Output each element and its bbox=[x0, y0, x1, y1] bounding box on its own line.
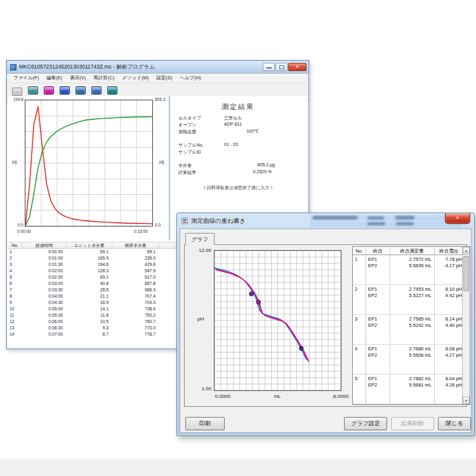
tab-graph[interactable]: グラフ bbox=[185, 233, 215, 245]
col-header-total[interactable]: 積算水分量 bbox=[112, 242, 159, 249]
menu-item-5[interactable]: メソッド(M) bbox=[118, 75, 152, 81]
glass-blur-artifact bbox=[367, 216, 384, 220]
ep-potential: 4.27 pH bbox=[434, 352, 462, 359]
ep-name: EP2 bbox=[368, 322, 377, 329]
cell-unit: 11.8 bbox=[67, 312, 109, 319]
cell-total: 235.0 bbox=[112, 255, 155, 261]
menu-item-4[interactable]: 再計算(C) bbox=[89, 75, 118, 81]
scroll-down-icon[interactable]: ▼ bbox=[463, 397, 470, 404]
result-field-label: サンプルID bbox=[178, 149, 201, 155]
col-header-no[interactable]: No. bbox=[8, 242, 22, 249]
cell-no: 10 bbox=[10, 306, 15, 312]
cell-time: 0:05:30 bbox=[22, 312, 63, 319]
cell-total: 617.0 bbox=[112, 274, 155, 281]
titration-curve-4 bbox=[215, 269, 308, 361]
ep-potential: 8.08 pH bbox=[434, 346, 462, 352]
right-axis-min-label: 0.0 bbox=[155, 223, 161, 227]
glass-blur-artifact bbox=[313, 216, 357, 220]
x-axis-end-label: 0:15:00 bbox=[134, 229, 148, 234]
ep-col-endpoint[interactable]: 終点 bbox=[366, 247, 390, 255]
cell-time: 0:00:30 bbox=[22, 249, 63, 255]
cell-total: 760.7 bbox=[112, 319, 155, 325]
minimize-button[interactable] bbox=[263, 63, 275, 71]
ep-col-volume[interactable]: 終点滴定量 bbox=[390, 247, 434, 255]
delete-result-button[interactable]: 結果削除 bbox=[391, 417, 434, 430]
ep-name: EP1 bbox=[368, 286, 377, 293]
analysis-titlebar[interactable]: MKC61057231245201303011743Z.mc - 解析プログラム… bbox=[7, 61, 308, 74]
ep-col-potential[interactable]: 終点電位 bbox=[434, 247, 463, 255]
overlay-close-button[interactable]: × bbox=[445, 213, 470, 224]
cell-no: 9 bbox=[10, 300, 12, 306]
cell-total: 429.6 bbox=[112, 261, 155, 268]
cell-unit: 10.5 bbox=[67, 319, 109, 325]
cell-total: 778.7 bbox=[112, 331, 155, 338]
cell-time: 0:03:30 bbox=[22, 287, 63, 293]
cell-total: 69.1 bbox=[112, 249, 155, 255]
ep-name: EP1 bbox=[368, 376, 377, 382]
ml-axis-label: mL bbox=[270, 393, 285, 399]
cell-total: 738.4 bbox=[112, 306, 155, 312]
cell-unit: 40.8 bbox=[67, 281, 109, 287]
col-header-time[interactable]: 経過時間 bbox=[22, 242, 67, 249]
cell-time: 0:06:00 bbox=[22, 319, 63, 325]
cell-unit: 21.1 bbox=[67, 293, 109, 300]
scroll-thumb[interactable] bbox=[463, 256, 469, 291]
ep-table-row[interactable]: 3EP12.7565 mL8.14 pHEP25.5242 mL4.40 pH bbox=[353, 315, 462, 345]
print-button[interactable]: 印刷 bbox=[185, 417, 225, 430]
ep-name: EP2 bbox=[368, 293, 377, 299]
cell-no: 8 bbox=[10, 293, 12, 300]
ep-scrollbar[interactable]: ▲ ▼ bbox=[462, 247, 470, 404]
ep-table-row[interactable]: 1EP12.7572 mL7.78 pHEP25.5695 mL4.17 pH bbox=[353, 255, 462, 285]
ep-potential: 8.10 pH bbox=[434, 286, 462, 293]
menu-item-6[interactable]: 設定(S) bbox=[152, 75, 176, 81]
ep-volume: 5.5242 mL bbox=[390, 322, 432, 329]
cell-no: 12 bbox=[10, 319, 15, 325]
scroll-up-icon[interactable]: ▲ bbox=[463, 247, 470, 255]
close-button[interactable]: × bbox=[288, 63, 307, 71]
ep-row-no: 4 bbox=[355, 346, 357, 352]
ep-row-no: 2 bbox=[355, 286, 357, 293]
glass-blur-artifact bbox=[395, 216, 414, 220]
col-header-unit[interactable]: ユニット水分量 bbox=[67, 242, 112, 249]
ep-potential: 4.17 pH bbox=[434, 263, 462, 269]
result-field-value: ADP-611 bbox=[224, 122, 242, 126]
ep-table-row[interactable]: 4EP12.7680 mL8.08 pHEP25.5506 mL4.27 pH bbox=[353, 345, 462, 374]
cell-time: 0:05:00 bbox=[22, 306, 63, 312]
cell-no: 7 bbox=[10, 287, 12, 293]
cell-unit: 69.1 bbox=[67, 249, 109, 255]
cell-unit: 69.1 bbox=[67, 274, 109, 281]
close-dialog-button[interactable]: 閉じる bbox=[438, 417, 471, 430]
graph-settings-button[interactable]: グラフ設定 bbox=[344, 417, 387, 430]
endpoint-marker bbox=[300, 347, 303, 350]
app-icon bbox=[10, 64, 17, 70]
left-axis-unit-label: μg bbox=[12, 159, 17, 164]
ep-table-row[interactable]: 5EP12.7882 mL8.04 pHEP25.5681 mL4.26 pH bbox=[353, 374, 462, 404]
cell-unit: 194.6 bbox=[67, 261, 109, 268]
cell-total: 724.3 bbox=[112, 300, 155, 306]
result-field-row: セルタイプ三室セル bbox=[170, 115, 306, 122]
cell-no: 3 bbox=[10, 261, 12, 268]
cell-unit: 165.9 bbox=[67, 255, 109, 261]
ep-potential: 4.26 pH bbox=[434, 382, 462, 388]
result-title: 測定結果 bbox=[170, 102, 306, 112]
endpoint-marker bbox=[249, 292, 253, 296]
menu-item-3[interactable]: 表示(V) bbox=[66, 75, 89, 81]
maximize-button[interactable] bbox=[275, 63, 288, 71]
endpoint-marker bbox=[256, 300, 260, 304]
ep-table-body: 1EP12.7572 mL7.78 pHEP25.5695 mL4.17 pH2… bbox=[353, 255, 462, 404]
cell-unit: 16.9 bbox=[67, 300, 109, 306]
graph-icon bbox=[44, 86, 54, 95]
ep-volume: 5.5506 mL bbox=[390, 352, 432, 359]
ep-col-no[interactable]: No. bbox=[353, 247, 366, 255]
glass-blur-artifact bbox=[310, 221, 463, 227]
left-axis-max-label: 194.8 bbox=[8, 97, 23, 102]
result-field-row: 水分量805.2 μg bbox=[170, 162, 306, 169]
menu-item-1[interactable]: ファイル(F) bbox=[10, 75, 43, 81]
cell-time: 0:02:00 bbox=[22, 268, 63, 274]
close-icon: × bbox=[296, 63, 299, 70]
menu-item-2[interactable]: 編集(E) bbox=[43, 75, 66, 81]
result-field-row: オーブンADP-611 bbox=[170, 122, 306, 129]
graph-tab-page: 12.00 1.00 pH 0.0000 mL 8.0000 No. 終点 終点… bbox=[184, 244, 467, 407]
menu-item-7[interactable]: ヘルプ(H) bbox=[176, 75, 204, 81]
ep-table-row[interactable]: 2EP12.7453 mL8.10 pHEP25.5227 mL4.42 pH bbox=[353, 285, 462, 315]
